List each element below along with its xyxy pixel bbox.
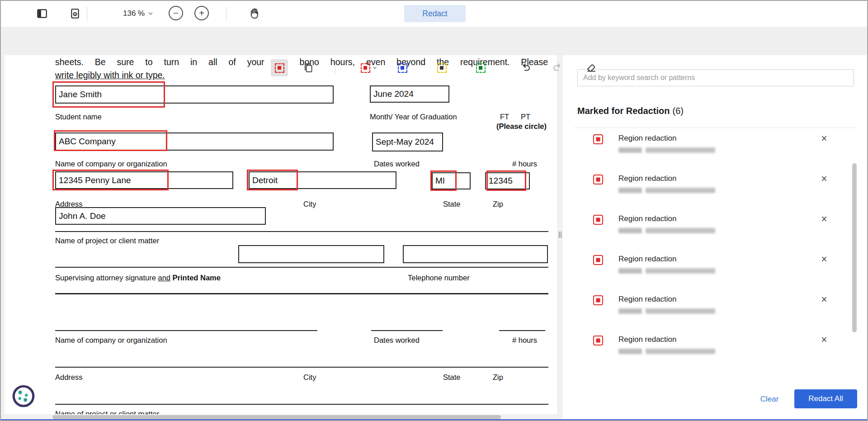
clear-button[interactable]: Clear [749, 393, 790, 405]
undo-button[interactable] [517, 59, 534, 76]
remove-redaction-button[interactable]: × [819, 213, 830, 224]
student-name-label: Student name [55, 113, 102, 121]
form-line [55, 231, 548, 232]
company-label: Name of company or organization [55, 160, 167, 168]
color-blue-button[interactable] [394, 59, 411, 76]
eraser-button[interactable] [583, 59, 600, 76]
toolbar-separator [226, 7, 226, 20]
project-field: John A. Doe [55, 207, 266, 225]
horizontal-scrollbar-thumb[interactable] [52, 415, 501, 419]
heading-divider [574, 128, 856, 128]
redaction-list-item: Region redaction × [574, 211, 856, 251]
redaction-list-item: Region redaction × [574, 130, 856, 170]
state-label: State [443, 200, 461, 208]
sidebar-toggle-button[interactable] [36, 7, 48, 20]
region-redaction-icon [593, 295, 603, 305]
remove-redaction-button[interactable]: × [819, 173, 830, 184]
form-line [55, 267, 548, 268]
redaction-item-timestamp-blurred [618, 228, 722, 233]
please-circle-label: (Please circle) [496, 122, 547, 131]
redaction-region-student-name[interactable] [52, 81, 165, 108]
attorney-signature-label: Supervising attorney signature and Print… [55, 274, 221, 282]
redaction-region-state[interactable] [430, 170, 457, 191]
redo-button[interactable] [549, 59, 566, 76]
redaction-region-company[interactable] [54, 130, 167, 151]
zoom-in-button[interactable]: + [194, 6, 209, 20]
region-redaction-tool-button[interactable] [271, 59, 288, 76]
pan-tool-button[interactable] [248, 7, 261, 20]
color-yellow-button[interactable] [433, 59, 450, 76]
remove-redaction-button[interactable]: × [819, 334, 830, 345]
form-line [499, 330, 545, 331]
zip-label-2: Zip [493, 373, 503, 382]
copy-icon [302, 62, 314, 74]
sidebar-toggle-icon [36, 8, 48, 19]
redaction-list-item: Region redaction × [574, 170, 856, 211]
minus-icon: − [173, 9, 179, 18]
redaction-item-timestamp-blurred [618, 308, 722, 314]
sidebar-scrollbar-thumb[interactable] [852, 163, 857, 332]
chevron-down-icon [147, 10, 154, 17]
dates-worked-label: Dates worked [374, 160, 420, 168]
remove-redaction-button[interactable]: × [819, 294, 830, 305]
region-redaction-icon [593, 255, 603, 265]
redaction-list: Region redaction × Region redaction × Re… [574, 130, 856, 372]
form-line-heavy [55, 293, 548, 294]
doc-paragraph-line2: write legibly with ink or type. [55, 70, 165, 80]
state-label-2: State [443, 373, 461, 382]
zoom-level-dropdown[interactable]: 136 % [123, 6, 154, 21]
city-label-2: City [303, 373, 316, 382]
redaction-region-city[interactable] [247, 170, 298, 190]
dates-worked-label-2: Dates worked [374, 336, 420, 345]
redaction-list-item: Region redaction × [574, 291, 856, 331]
redaction-sidebar: Marked for Redaction(6) Region redaction… [563, 55, 867, 421]
form-line [55, 330, 317, 331]
project-label-2: Name of project or client matter [55, 410, 159, 414]
duplicate-redaction-button[interactable] [300, 59, 317, 76]
company-label-2: Name of company or organization [55, 336, 167, 345]
hand-icon [248, 7, 261, 20]
signature-field [238, 245, 384, 263]
chevron-down-icon [372, 65, 377, 71]
remove-redaction-button[interactable]: × [819, 133, 830, 144]
marked-for-redaction-heading: Marked for Redaction(6) [577, 106, 684, 116]
attorney-label-and: and [158, 274, 170, 282]
redaction-item-title: Region redaction [618, 255, 677, 264]
top-toolbar: 136 % − + Redact [0, 0, 868, 27]
remove-redaction-button[interactable]: × [819, 254, 830, 265]
redaction-item-title: Region redaction [618, 295, 677, 304]
project-value: John A. Doe [59, 211, 106, 221]
zoom-out-button[interactable]: − [169, 6, 183, 20]
telephone-field [403, 245, 548, 263]
redact-mode-button[interactable]: Redact [404, 5, 466, 22]
redaction-region-zip[interactable] [486, 170, 526, 191]
page-settings-button[interactable] [69, 7, 81, 20]
redaction-item-title: Region redaction [618, 134, 677, 143]
color-green-button[interactable] [472, 59, 489, 76]
redaction-item-timestamp-blurred [618, 188, 722, 193]
region-redaction-icon [593, 175, 603, 184]
keyword-search-input[interactable] [577, 69, 854, 86]
project-label: Name of project or client matter [55, 237, 159, 245]
color-yellow-icon [437, 63, 447, 73]
dates-worked-field: Sept-May 2024 [372, 132, 443, 151]
color-red-button[interactable] [355, 59, 383, 76]
toolbar-separator [335, 61, 335, 75]
panel-divider [557, 55, 563, 421]
panel-resize-handle[interactable] [559, 232, 561, 238]
form-line [55, 367, 548, 368]
redaction-item-title: Region redaction [618, 335, 677, 344]
graduation-field: June 2024 [370, 85, 449, 103]
redact-all-button[interactable]: Redact All [794, 389, 857, 408]
city-label: City [303, 200, 316, 208]
attorney-label-bold: Printed Name [170, 274, 221, 282]
redaction-region-address[interactable] [52, 170, 169, 190]
ft-label: FT [500, 113, 509, 121]
color-green-icon [476, 63, 486, 73]
redaction-item-timestamp-blurred [618, 349, 722, 354]
hours-label-2: # hours [512, 336, 537, 345]
plus-icon: + [199, 9, 204, 18]
redaction-item-timestamp-blurred [618, 147, 722, 153]
toolbar-separator [87, 7, 87, 20]
graduation-label: Month/ Year of Graduation [370, 113, 457, 121]
